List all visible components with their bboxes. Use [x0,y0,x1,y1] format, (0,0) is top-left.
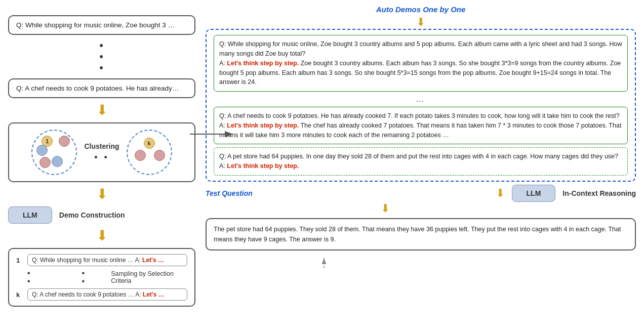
demo-list-box: 1 Q: While shopping for music online … A… [8,248,195,307]
test-a-red: Let's think step by step. [227,162,299,170]
demo-text-box-k: Q: A chef needs to cook 9 potatoes … A: … [27,288,187,301]
clustering-row: 1 Clustering • • k [14,130,189,175]
vertical-dots-1: ••• [8,40,195,73]
demos-outer-box: Q: While shopping for music online, Zoe … [206,29,636,182]
demo-number-k: k [16,291,23,299]
right-panel: Auto Demos One by One ⬇ Q: While shoppin… [206,5,636,331]
horizontal-dots: • • [94,152,109,163]
dot-plain-2 [39,157,51,168]
demo-number-1: 1 [16,257,23,264]
answer-box: The pet store had 64 puppies. They sold … [206,218,636,250]
qa1-question: Q: While shopping for music online, Zoe … [219,40,622,57]
question-box-1: Q: While shopping for music online, Zoe … [8,15,195,35]
dot-plain-1 [59,136,70,147]
auto-demos-title: Auto Demos One by One [206,5,636,14]
arrow-down-2: ⬇ [8,187,195,201]
qa2-a-prefix: A: [219,122,227,129]
demo-dots-row: •• •• Sampling by Selection Criteria [16,269,187,285]
test-question-text: Q: A pet store had 64 puppies. In one da… [219,153,618,160]
question-1-text: Q: While shopping for music online, Zoe … [16,21,175,29]
dot-blue-2 [52,156,63,167]
dot-blue-1 [36,145,48,156]
demo1-red: Let's … [142,257,164,264]
llm-box-left: LLM [8,206,52,224]
demo-dots-vertical-2: •• [82,269,86,285]
question-2-text: Q: A chef needs to cook 9 potatoes. He h… [16,85,179,92]
qa-block-2: Q: A chef needs to cook 9 potatoes. He h… [214,107,628,144]
clustering-label: Clustering [84,142,119,150]
sampling-label: Sampling by Selection Criteria [111,270,187,284]
arrow-into-box: ⬇ [206,16,636,29]
qa-block-1: Q: While shopping for music online, Zoe … [214,35,628,92]
demo-dots-vertical: •• [27,269,31,285]
arrow-down-llm: ⬇ [381,202,390,215]
qa1-a-red: Let's think step by step. [227,60,299,67]
left-panel: Q: While shopping for music online, Zoe … [8,5,195,331]
demo-item-1: 1 Q: While shopping for music online … A… [16,254,187,266]
bottom-row: Test Question ⬇ LLM In-Context Reasoning [206,185,636,202]
middle-ellipsis: … [214,95,628,104]
dot-k-1 [135,150,146,161]
mid-section: Clustering • • [84,142,119,163]
qa2-a-red: Let's think step by step. [227,122,299,129]
demo-construction-label: Demo Construction [59,211,125,219]
arrow-down-3: ⬇ [8,229,195,243]
arrow-from-llm: ⬇ [206,202,636,215]
test-question-label: Test Question [206,189,253,197]
demo-k-text: Q: A chef needs to cook 9 potatoes … A: [32,291,143,298]
question-box-2: Q: A chef needs to cook 9 potatoes. He h… [8,78,195,98]
cluster-k: k [127,130,172,175]
main-container: Q: While shopping for music online, Zoe … [0,0,644,336]
qa1-a-prefix: A: [219,60,227,67]
answer-text: The pet store had 64 puppies. They sold … [214,226,621,243]
demo1-text: Q: While shopping for music online … A: [32,257,142,264]
demo-text-box-1: Q: While shopping for music online … A: … [27,254,187,266]
test-a-prefix: A: [219,162,227,170]
qa2-question: Q: A chef needs to cook 9 potatoes. He h… [219,112,620,119]
dot-k-2 [154,150,165,161]
arrow-down-1: ⬇ [8,103,195,117]
demo-k-red: Let's … [143,291,165,298]
in-context-label: In-Context Reasoning [562,189,636,197]
cluster-1: 1 [31,130,77,175]
llm-box-right: LLM [512,185,556,202]
llm-row: LLM Demo Construction [8,206,195,224]
demo-item-k: k Q: A chef needs to cook 9 potatoes … A… [16,288,187,301]
dot-k-center: k [144,138,155,149]
clustering-box: 1 Clustering • • k [8,122,195,182]
arrow-to-llm: ⬇ [496,188,505,199]
test-question-block: Q: A pet store had 64 puppies. In one da… [214,147,628,176]
